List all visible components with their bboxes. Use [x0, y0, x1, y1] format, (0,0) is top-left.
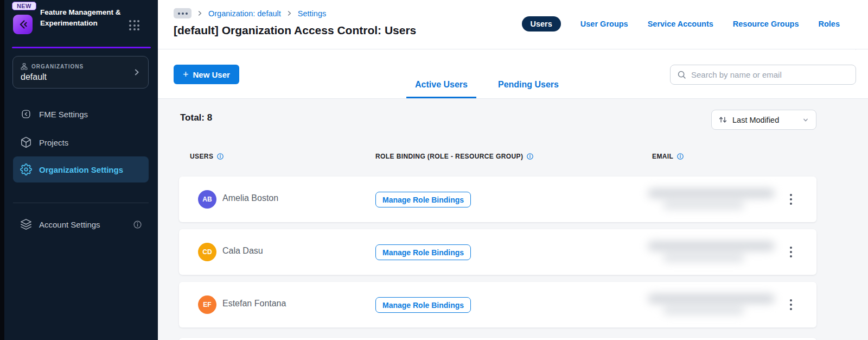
tab-active-users[interactable]: Active Users	[406, 80, 476, 98]
sidebar: NEW Feature Management & Experimentation…	[4, 0, 158, 340]
sidebar-item-label: Organization Settings	[39, 165, 123, 174]
sidebar-item-label: Account Settings	[39, 220, 100, 229]
manage-role-bindings-button[interactable]: Manage Role Bindings	[375, 244, 471, 260]
sidebar-divider	[13, 203, 149, 203]
search-icon	[677, 70, 686, 79]
info-icon[interactable]	[216, 153, 224, 160]
user-name: Cala Dasu	[222, 246, 263, 256]
table-row-partial	[179, 338, 816, 340]
page-header: Organization: default Settings [default]…	[158, 0, 868, 49]
sidebar-accent-divider	[12, 47, 151, 48]
new-user-button-label: New User	[193, 70, 230, 79]
chevron-right-icon	[132, 67, 142, 77]
column-header-email: EMAIL	[652, 153, 684, 160]
breadcrumb-ellipsis-button[interactable]	[174, 8, 192, 18]
row-menu-kebab-icon[interactable]	[786, 243, 796, 261]
sidebar-item-organization-settings[interactable]: Organization Settings	[13, 156, 149, 182]
manage-role-bindings-button[interactable]: Manage Role Bindings	[375, 192, 471, 207]
redacted-email	[644, 236, 780, 268]
sidebar-item-fme-settings[interactable]: FME Settings	[13, 103, 149, 125]
nav-tab-roles[interactable]: Roles	[819, 20, 840, 28]
gear-icon	[20, 163, 32, 175]
user-name: Amelia Boston	[222, 193, 278, 203]
app-switcher-icon[interactable]	[129, 20, 139, 30]
sort-arrows-icon	[718, 115, 727, 124]
product-title: Feature Management & Experimentation	[40, 7, 123, 29]
breadcrumb-link-organization[interactable]: Organization: default	[208, 9, 281, 18]
user-state-tabs: Active Users Pending Users	[406, 80, 567, 98]
access-control-nav: Users User Groups Service Accounts Resou…	[522, 16, 840, 32]
row-menu-kebab-icon[interactable]	[786, 296, 796, 313]
sort-dropdown-value: Last Modified	[732, 116, 797, 124]
sort-dropdown[interactable]: Last Modified	[711, 110, 816, 130]
cube-icon	[20, 136, 32, 148]
main-panel: Organization: default Settings [default]…	[158, 0, 868, 340]
info-icon[interactable]	[526, 153, 534, 160]
sidebar-item-label: FME Settings	[39, 110, 88, 119]
page-title: [default] Organization Access Control: U…	[174, 24, 416, 37]
search-input[interactable]	[691, 70, 849, 79]
org-selector-label: ORGANIZATIONS	[31, 64, 84, 70]
breadcrumb: Organization: default Settings	[174, 8, 326, 18]
toolbar: + New User Active Users Pending Users	[158, 50, 868, 99]
avatar: EF	[198, 295, 216, 314]
tab-pending-users[interactable]: Pending Users	[489, 80, 567, 98]
table-row: CD Cala Dasu Manage Role Bindings	[179, 229, 816, 275]
avatar: AB	[198, 190, 216, 209]
fme-settings-icon	[20, 108, 32, 120]
table-row: EF Estefan Fontana Manage Role Bindings	[179, 282, 816, 328]
user-name: Estefan Fontana	[222, 299, 286, 308]
breadcrumb-link-settings[interactable]: Settings	[298, 9, 326, 18]
nav-tab-user-groups[interactable]: User Groups	[580, 20, 628, 28]
layers-icon	[20, 218, 32, 230]
table-row: AB Amelia Boston Manage Role Bindings	[179, 177, 816, 222]
new-badge: NEW	[12, 2, 36, 10]
column-header-users: USERS	[190, 153, 224, 160]
users-list-section: Total: 8 Last Modified USERS ROLE BINDIN…	[158, 99, 868, 340]
column-header-role-binding: ROLE BINDING (ROLE - RESOURCE GROUP)	[375, 153, 534, 160]
redacted-email	[644, 183, 780, 216]
sidebar-item-projects[interactable]: Projects	[13, 131, 149, 154]
search-box	[670, 65, 856, 85]
organization-selector[interactable]: ORGANIZATIONS default	[12, 56, 149, 89]
redacted-email	[644, 288, 780, 321]
org-hierarchy-icon	[21, 63, 28, 70]
plus-icon: +	[183, 70, 189, 79]
left-edge-rail	[0, 0, 4, 340]
manage-role-bindings-button[interactable]: Manage Role Bindings	[375, 297, 471, 313]
info-icon[interactable]	[676, 153, 684, 160]
fme-product-logo-icon[interactable]	[13, 15, 33, 34]
nav-tab-users[interactable]: Users	[522, 16, 561, 32]
new-user-button[interactable]: + New User	[174, 65, 239, 84]
sidebar-item-account-settings[interactable]: Account Settings	[13, 213, 149, 236]
nav-tab-service-accounts[interactable]: Service Accounts	[648, 20, 713, 28]
org-selector-value: default	[21, 72, 47, 82]
total-count: Total: 8	[180, 112, 212, 123]
chevron-down-icon	[802, 116, 809, 124]
chevron-right-icon	[286, 10, 293, 17]
info-icon[interactable]	[133, 220, 142, 229]
sidebar-item-label: Projects	[39, 138, 68, 147]
avatar: CD	[198, 243, 216, 261]
chevron-right-icon	[196, 10, 203, 17]
nav-tab-resource-groups[interactable]: Resource Groups	[733, 20, 799, 28]
row-menu-kebab-icon[interactable]	[786, 191, 796, 208]
